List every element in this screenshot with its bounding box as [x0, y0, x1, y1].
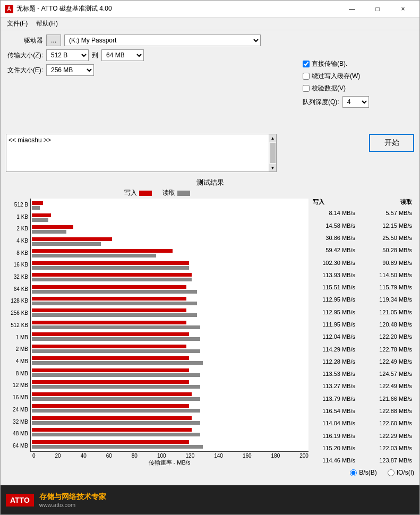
bar-row	[31, 272, 308, 282]
data-row: 114.29 MB/s122.78 MB/s	[311, 346, 414, 353]
read-value: 122.60 MB/s	[370, 419, 412, 427]
transfer-to-select[interactable]: 64 MB	[101, 49, 144, 61]
transfer-from-select[interactable]: 512 B	[46, 49, 89, 61]
read-bar	[32, 325, 200, 329]
write-value: 14.58 MB/s	[313, 222, 355, 229]
scroll-up-arrow[interactable]: ▲	[269, 134, 277, 142]
data-table-header: 写入 读取	[311, 198, 414, 206]
write-value: 112.04 MB/s	[313, 333, 355, 340]
data-row: 115.51 MB/s115.79 MB/s	[311, 284, 414, 291]
write-value: 113.53 MB/s	[313, 370, 355, 377]
y-label-1kb: 1 KB	[6, 214, 28, 220]
radio-bs-label[interactable]: B/s(B)	[350, 469, 376, 476]
write-bar	[32, 297, 186, 301]
y-label-4mb: 4 MB	[6, 358, 28, 364]
scroll-down-arrow[interactable]: ▼	[269, 164, 277, 171]
bypass-cache-checkbox[interactable]	[303, 73, 310, 80]
read-bar	[32, 349, 200, 353]
drive-select[interactable]: (K:) My Passport	[64, 35, 261, 46]
read-bar	[32, 206, 40, 210]
read-bar	[32, 290, 197, 294]
write-bar	[32, 404, 189, 408]
read-bar	[32, 254, 156, 258]
bar-row	[31, 355, 308, 366]
data-row: 113.27 MB/s122.49 MB/s	[311, 382, 414, 390]
file-size-select[interactable]: 256 MB	[46, 64, 94, 76]
title-bar: A 无标题 - ATTO 磁盘基准测试 4.00 — □ ×	[1, 1, 419, 18]
y-label-64mb: 64 MB	[6, 443, 28, 449]
read-value: 114.50 MB/s	[370, 271, 412, 279]
browse-button[interactable]: ...	[46, 35, 61, 46]
write-value: 116.19 MB/s	[313, 432, 355, 440]
read-value: 122.78 MB/s	[370, 346, 412, 353]
x-axis-title: 传输速率 - MB/s	[30, 459, 308, 467]
write-bar	[32, 308, 186, 312]
bar-row	[31, 224, 308, 235]
start-button[interactable]: 开始	[369, 134, 414, 152]
data-rows: 8.14 MB/s5.57 MB/s14.58 MB/s12.15 MB/s30…	[311, 207, 414, 467]
bar-row	[31, 236, 308, 247]
write-value: 113.27 MB/s	[313, 382, 355, 390]
data-row: 112.28 MB/s122.49 MB/s	[311, 358, 414, 365]
footer-tagline: 存储与网络技术专家	[39, 492, 106, 501]
radio-bs-text: B/s(B)	[359, 469, 376, 476]
read-bar	[32, 373, 200, 377]
write-value: 8.14 MB/s	[313, 209, 355, 217]
bar-row	[31, 200, 308, 211]
data-row: 14.58 MB/s12.15 MB/s	[311, 222, 414, 229]
write-bar	[32, 345, 186, 348]
main-layout: 驱动器 ... (K:) My Passport 传输大小(Z): 512 B …	[1, 30, 419, 514]
read-value: 122.03 MB/s	[370, 444, 412, 452]
maximize-button[interactable]: □	[365, 1, 390, 18]
description-scrollbar[interactable]: ▲ ▼	[269, 134, 276, 171]
description-text: << miaoshu >>	[8, 136, 274, 169]
verify-data-label: 校验数据(V)	[312, 84, 346, 93]
file-size-label: 文件大小(E):	[6, 66, 43, 75]
results-title: 测试结果	[6, 178, 414, 187]
y-label-8mb: 8 MB	[6, 371, 28, 376]
radio-ios-label[interactable]: IO/s(I)	[388, 469, 414, 476]
direct-transfer-checkbox[interactable]	[303, 61, 310, 67]
y-label-32kb: 32 KB	[6, 274, 28, 280]
transfer-to-label: 到	[92, 51, 98, 60]
y-label-48mb: 48 MB	[6, 431, 28, 436]
write-bar	[32, 213, 51, 217]
read-bar	[32, 445, 203, 449]
window-controls[interactable]: — □ ×	[340, 1, 415, 18]
y-label-4kb: 4 KB	[6, 238, 28, 244]
write-legend-label: 写入	[124, 188, 137, 198]
write-bar	[32, 392, 192, 396]
x-axis: 0 20 40 60 80 100 120 140 160 180 200	[32, 452, 308, 459]
right-panel: 直接传输(B). 绕过写入缓存(W) 校验数据(V) 队列深度(Q): 4	[303, 59, 414, 108]
minimize-button[interactable]: —	[340, 1, 364, 18]
write-bar	[32, 332, 189, 336]
bar-row	[31, 296, 308, 306]
queue-depth-select[interactable]: 4	[342, 96, 369, 108]
data-row: 113.53 MB/s124.57 MB/s	[311, 370, 414, 377]
verify-data-checkbox[interactable]	[303, 85, 310, 92]
radio-bs[interactable]	[350, 469, 357, 476]
menu-help[interactable]: 帮助(H)	[32, 18, 62, 29]
bar-row	[31, 320, 308, 330]
write-value: 115.51 MB/s	[313, 284, 355, 291]
write-bar	[32, 428, 192, 432]
y-label-256kb: 256 KB	[6, 310, 28, 316]
read-legend-label: 读取	[162, 188, 175, 198]
close-button[interactable]: ×	[391, 1, 415, 18]
read-value: 124.57 MB/s	[370, 370, 412, 377]
menu-file[interactable]: 文件(F)	[3, 18, 32, 29]
y-label-24mb: 24 MB	[6, 407, 28, 413]
data-row: 114.46 MB/s123.87 MB/s	[311, 457, 414, 464]
data-row: 30.86 MB/s25.50 MB/s	[311, 234, 414, 242]
write-value: 114.29 MB/s	[313, 346, 355, 353]
bar-row	[31, 284, 308, 295]
read-header: 读取	[400, 198, 412, 206]
read-bar	[32, 242, 101, 246]
queue-depth-row: 队列深度(Q): 4	[303, 96, 414, 108]
bypass-cache-label: 绕过写入缓存(W)	[312, 72, 360, 81]
write-bar	[32, 440, 189, 444]
write-bar	[32, 225, 73, 229]
scroll-thumb[interactable]	[270, 143, 276, 163]
write-value: 30.86 MB/s	[313, 234, 355, 242]
radio-ios[interactable]	[388, 469, 395, 476]
